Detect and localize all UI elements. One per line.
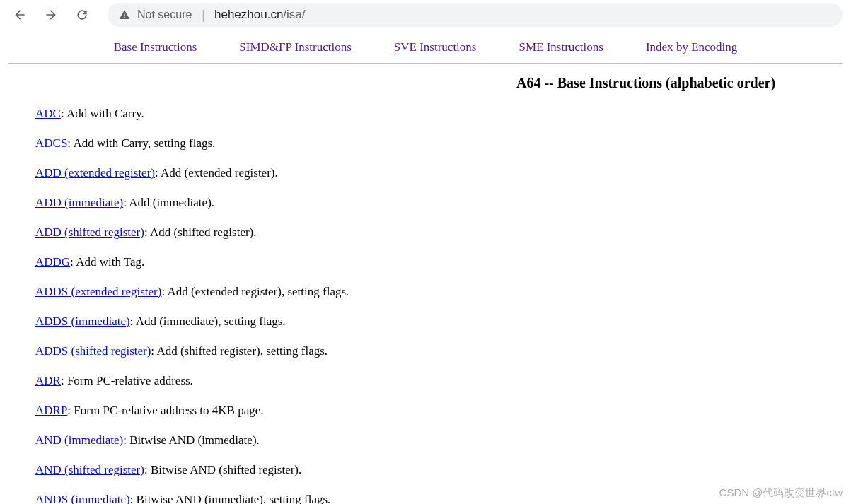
instruction-desc: : Add with Tag. (70, 255, 144, 269)
instruction-desc: : Add (extended register). (155, 166, 278, 180)
list-item: ADD (extended register): Add (extended r… (35, 166, 851, 180)
instruction-desc: : Add (immediate). (123, 196, 214, 209)
url-path: /isa/ (283, 8, 305, 21)
instruction-link[interactable]: ADD (shifted register) (35, 225, 144, 239)
list-item: ADRP: Form PC-relative address to 4KB pa… (35, 404, 851, 418)
instruction-link[interactable]: AND (shifted register) (35, 463, 144, 476)
instruction-link[interactable]: ANDS (immediate) (35, 493, 130, 504)
security-label: Not secure (137, 8, 192, 21)
instruction-link[interactable]: ADCS (35, 136, 67, 150)
list-item: AND (shifted register): Bitwise AND (shi… (35, 463, 851, 477)
browser-toolbar: Not secure | hehezhou.cn/isa/ (0, 0, 851, 30)
instruction-link[interactable]: AND (immediate) (35, 433, 123, 447)
instruction-desc: : Add with Carry. (61, 107, 144, 120)
instruction-link[interactable]: ADDG (35, 255, 70, 269)
forward-button[interactable] (40, 4, 62, 26)
list-item: AND (immediate): Bitwise AND (immediate)… (35, 433, 851, 447)
list-item: ADCS: Add with Carry, setting flags. (35, 136, 851, 151)
address-bar[interactable]: Not secure | hehezhou.cn/isa/ (108, 3, 843, 27)
list-item: ADC: Add with Carry. (35, 107, 851, 121)
list-item: ADD (shifted register): Add (shifted reg… (35, 225, 851, 240)
url-text: hehezhou.cn/isa/ (214, 8, 306, 22)
reload-icon (75, 8, 89, 22)
instruction-desc: : Add with Carry, setting flags. (67, 136, 215, 150)
back-button[interactable] (8, 4, 31, 26)
arrow-left-icon (13, 8, 27, 22)
list-item: ADR: Form PC-relative address. (35, 374, 851, 388)
list-item: ADDS (immediate): Add (immediate), setti… (35, 315, 851, 329)
instruction-link[interactable]: ADDS (immediate) (35, 315, 130, 328)
instruction-desc: : Add (extended register), setting flags… (161, 285, 349, 298)
list-item: ADD (immediate): Add (immediate). (35, 196, 851, 210)
tabs-bar: Base Instructions SIMD&FP Instructions S… (8, 30, 843, 64)
instruction-link[interactable]: ADC (35, 107, 61, 120)
instruction-desc: : Add (immediate), setting flags. (130, 315, 286, 328)
tab-simdfp-instructions[interactable]: SIMD&FP Instructions (239, 40, 352, 54)
reload-button[interactable] (71, 4, 93, 26)
page-title: A64 -- Base Instructions (alphabetic ord… (516, 75, 851, 91)
tab-sme-instructions[interactable]: SME Instructions (519, 40, 603, 54)
instruction-link[interactable]: ADD (immediate) (35, 196, 123, 209)
instruction-desc: : Form PC-relative address to 4KB page. (67, 404, 263, 417)
list-item: ADDG: Add with Tag. (35, 255, 851, 269)
instruction-list: ADC: Add with Carry. ADCS: Add with Carr… (0, 107, 851, 504)
list-item: ADDS (extended register): Add (extended … (35, 285, 851, 299)
instruction-link[interactable]: ADDS (extended register) (35, 285, 161, 298)
instruction-desc: : Add (shifted register). (144, 225, 257, 239)
instruction-desc: : Add (shifted register), setting flags. (151, 344, 328, 358)
instruction-desc: : Bitwise AND (immediate). (123, 433, 260, 447)
page-content: Base Instructions SIMD&FP Instructions S… (0, 30, 851, 504)
tab-index-by-encoding[interactable]: Index by Encoding (646, 40, 737, 54)
instruction-link[interactable]: ADRP (35, 404, 67, 417)
tab-base-instructions[interactable]: Base Instructions (114, 40, 197, 54)
arrow-right-icon (44, 8, 58, 22)
instruction-link[interactable]: ADR (35, 374, 61, 387)
instruction-desc: : Bitwise AND (immediate), setting flags… (130, 493, 331, 504)
instruction-desc: : Form PC-relative address. (61, 374, 193, 387)
url-host: hehezhou.cn (214, 8, 283, 21)
instruction-link[interactable]: ADD (extended register) (35, 166, 155, 180)
list-item: ADDS (shifted register): Add (shifted re… (35, 344, 851, 358)
instruction-link[interactable]: ADDS (shifted register) (35, 344, 151, 358)
warning-icon (119, 9, 130, 20)
instruction-desc: : Bitwise AND (shifted register). (144, 463, 301, 476)
address-divider: | (202, 8, 204, 23)
watermark: CSDN @代码改变世界ctw (719, 486, 843, 500)
tab-sve-instructions[interactable]: SVE Instructions (394, 40, 477, 54)
